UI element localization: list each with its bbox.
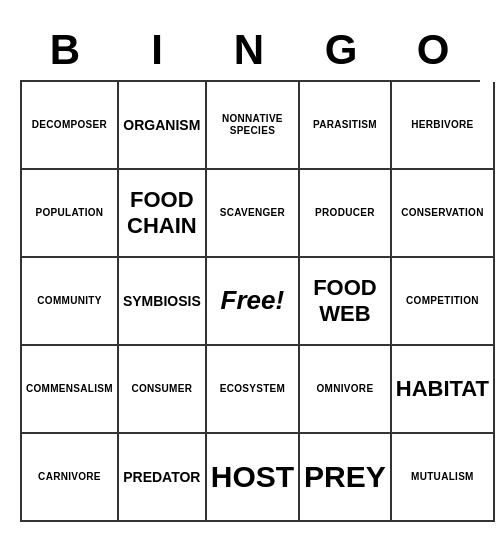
cell-text: CARNIVORE: [38, 471, 101, 483]
cell-text: FOOD WEB: [304, 275, 386, 328]
cell-text: NONNATIVE SPECIES: [211, 113, 294, 137]
bingo-cell: COMMENSALISM: [22, 346, 119, 434]
bingo-cell: DECOMPOSER: [22, 82, 119, 170]
bingo-cell: PREDATOR: [119, 434, 207, 522]
cell-text: HOST: [211, 459, 294, 495]
header-letter: B: [20, 22, 112, 80]
header-letter: G: [296, 22, 388, 80]
bingo-cell: ECOSYSTEM: [207, 346, 300, 434]
header-letter: O: [388, 22, 480, 80]
bingo-cell: FOOD WEB: [300, 258, 392, 346]
cell-text: POPULATION: [36, 207, 104, 219]
bingo-cell: SYMBIOSIS: [119, 258, 207, 346]
bingo-cell: HABITAT: [392, 346, 495, 434]
bingo-cell: PARASITISM: [300, 82, 392, 170]
cell-text: OMNIVORE: [317, 383, 374, 395]
cell-text: COMMUNITY: [37, 295, 101, 307]
cell-text: CONSERVATION: [401, 207, 484, 219]
cell-text: DECOMPOSER: [32, 119, 107, 131]
cell-text: COMMENSALISM: [26, 383, 113, 395]
bingo-cell: COMPETITION: [392, 258, 495, 346]
bingo-cell: PRODUCER: [300, 170, 392, 258]
bingo-cell: CONSUMER: [119, 346, 207, 434]
bingo-cell: HOST: [207, 434, 300, 522]
cell-text: Free!: [221, 285, 285, 316]
bingo-cell: Free!: [207, 258, 300, 346]
cell-text: FOOD CHAIN: [123, 187, 201, 240]
bingo-cell: POPULATION: [22, 170, 119, 258]
bingo-card: BINGO DECOMPOSERORGANISMNONNATIVE SPECIE…: [10, 12, 490, 532]
cell-text: CONSUMER: [131, 383, 192, 395]
bingo-header: BINGO: [20, 22, 480, 80]
cell-text: SCAVENGER: [220, 207, 285, 219]
bingo-cell: CONSERVATION: [392, 170, 495, 258]
bingo-grid: DECOMPOSERORGANISMNONNATIVE SPECIESPARAS…: [20, 80, 480, 522]
cell-text: ORGANISM: [123, 117, 200, 134]
bingo-cell: CARNIVORE: [22, 434, 119, 522]
cell-text: SYMBIOSIS: [123, 293, 201, 310]
bingo-cell: NONNATIVE SPECIES: [207, 82, 300, 170]
bingo-cell: ORGANISM: [119, 82, 207, 170]
cell-text: HERBIVORE: [411, 119, 473, 131]
bingo-cell: MUTUALISM: [392, 434, 495, 522]
cell-text: PARASITISM: [313, 119, 377, 131]
bingo-cell: SCAVENGER: [207, 170, 300, 258]
bingo-cell: PREY: [300, 434, 392, 522]
bingo-cell: HERBIVORE: [392, 82, 495, 170]
bingo-cell: OMNIVORE: [300, 346, 392, 434]
cell-text: ECOSYSTEM: [220, 383, 286, 395]
header-letter: N: [204, 22, 296, 80]
bingo-cell: FOOD CHAIN: [119, 170, 207, 258]
cell-text: HABITAT: [396, 376, 489, 402]
cell-text: COMPETITION: [406, 295, 479, 307]
bingo-cell: COMMUNITY: [22, 258, 119, 346]
cell-text: PREDATOR: [123, 469, 200, 486]
cell-text: PRODUCER: [315, 207, 375, 219]
cell-text: MUTUALISM: [411, 471, 474, 483]
header-letter: I: [112, 22, 204, 80]
cell-text: PREY: [304, 459, 386, 495]
